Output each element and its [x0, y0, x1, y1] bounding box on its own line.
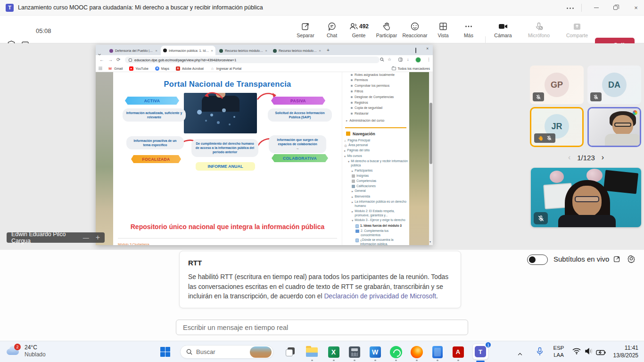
admin-item[interactable]: Comprobar los permisos: [342, 83, 409, 89]
spotlight-video-tile[interactable]: [531, 168, 641, 227]
minimize-button[interactable]: [588, 0, 604, 16]
scrollbar-down-icon[interactable]: ▾: [429, 240, 431, 243]
volume-icon[interactable]: [585, 348, 593, 356]
tray-language[interactable]: ESP LAA: [551, 345, 567, 359]
bookmark-item[interactable]: ⌂ Ingresar al Portal: [210, 66, 241, 71]
tab-close-icon[interactable]: ×: [211, 49, 213, 53]
side-panel-icon[interactable]: [398, 58, 403, 63]
tray-clock[interactable]: 11:41 13/8/2025: [607, 344, 638, 359]
excel-icon[interactable]: X: [327, 346, 340, 358]
browser-profile-avatar[interactable]: [415, 57, 421, 63]
admin-item[interactable]: Copia de seguridad: [342, 106, 409, 111]
task-view-button[interactable]: [284, 346, 297, 358]
captions-settings-icon[interactable]: [627, 255, 636, 265]
nav-tree-item[interactable]: ▾ Mi derecho a buscar y recibir informac…: [342, 159, 409, 168]
browser-tab-2-active[interactable]: Información pública: 1. Ideas f... ×: [161, 46, 215, 55]
admin-item[interactable]: Registros: [342, 100, 409, 106]
browser-tab-4[interactable]: Recurso teórico módulo 1 (1)... ×: [271, 46, 323, 55]
nav-tree-item[interactable]: ▸ La información pública es un derecho h…: [342, 199, 409, 208]
phone-link-icon[interactable]: [431, 346, 444, 358]
participant-tile-video-speaking[interactable]: [587, 107, 641, 147]
tray-mic-icon[interactable]: [537, 347, 543, 358]
admin-item[interactable]: Restaurar: [342, 111, 409, 117]
chat-button[interactable]: Chat: [318, 18, 346, 41]
scrollbar-thumb[interactable]: [429, 103, 432, 164]
wifi-icon[interactable]: [572, 348, 581, 356]
react-button[interactable]: Reaccionar: [400, 18, 429, 41]
privacy-statement-link[interactable]: Declaración de privacidad de Microsoft: [324, 293, 436, 300]
browser-close-button[interactable]: ×: [426, 46, 429, 51]
nav-tree-item[interactable]: 2. Complementa tus conocimientos: [342, 229, 409, 238]
rtt-message-input[interactable]: Escribir un mensaje en tiempo real: [176, 320, 468, 335]
raise-hand-button[interactable]: Participar: [373, 18, 400, 41]
participant-tile-da[interactable]: DA: [587, 66, 641, 104]
close-button[interactable]: ×: [628, 0, 644, 16]
page-prev-icon[interactable]: ‹: [568, 153, 570, 162]
battery-icon[interactable]: [596, 349, 606, 357]
admin-item[interactable]: Filtros: [342, 89, 409, 94]
nav-tree-item[interactable]: Calificaciones: [342, 184, 409, 189]
firefox-icon[interactable]: [410, 346, 423, 358]
nav-tree-item[interactable]: ▾ Mis cursos: [342, 154, 409, 159]
nav-tree-item[interactable]: Competencias: [342, 179, 409, 184]
bookmark-item[interactable]: Maps: [155, 66, 169, 71]
zoom-in-icon[interactable]: +: [96, 233, 100, 242]
bookmark-item[interactable]: ▶ YouTube: [129, 66, 149, 71]
more-options-button[interactable]: Más: [455, 18, 482, 41]
nav-tree-item[interactable]: ◎ Área personal: [342, 143, 409, 148]
nav-tree-item[interactable]: ▸ Páginas del sitio: [342, 148, 409, 154]
reload-icon[interactable]: ⟳: [116, 57, 120, 62]
participant-tile-gp[interactable]: GP: [530, 66, 584, 104]
breakout-button[interactable]: Separar: [292, 18, 319, 41]
whatsapp-icon[interactable]: [389, 346, 402, 358]
new-tab-button[interactable]: +: [327, 48, 330, 53]
bookmark-item[interactable]: A Adobe Acrobat: [176, 66, 204, 71]
browser-tab-1[interactable]: Defensoría del Pueblo | Ecuado ×: [107, 46, 160, 55]
weather-condition[interactable]: Nublado: [25, 351, 46, 358]
admin-item[interactable]: Permisos: [342, 78, 409, 83]
tab-close-icon[interactable]: ×: [319, 49, 321, 53]
nav-tree-item[interactable]: ▸ Bienvenida: [342, 194, 409, 200]
admin-item[interactable]: Desglose de Competencias: [342, 94, 409, 100]
people-button[interactable]: 492 Gente: [344, 18, 374, 41]
all-bookmarks[interactable]: Todos los marcadores: [392, 67, 430, 70]
site-info-icon[interactable]: [129, 58, 132, 62]
calculator-icon[interactable]: [348, 346, 361, 358]
page-next-icon[interactable]: ›: [602, 153, 604, 162]
zoom-icon[interactable]: [380, 58, 384, 63]
taskbar-search[interactable]: Buscar: [180, 345, 273, 359]
mic-button[interactable]: Micrófono: [524, 18, 553, 41]
browser-restore-button[interactable]: [415, 48, 416, 53]
apps-grid-icon[interactable]: [99, 66, 102, 71]
browser-menu-icon[interactable]: ⋮: [427, 57, 431, 62]
nav-tree-item[interactable]: ¿Dónde se encuentra la información públi…: [342, 238, 409, 245]
back-icon[interactable]: ←: [99, 57, 104, 62]
nav-tree-item[interactable]: ▸ General: [342, 189, 409, 194]
start-button[interactable]: [160, 347, 170, 357]
zoom-out-icon[interactable]: —: [83, 234, 89, 241]
browser-tab-3[interactable]: Recurso teórico módulo 2 (1)... ×: [217, 46, 270, 55]
tray-expand-icon[interactable]: [519, 350, 521, 358]
participant-tile-jr-hand-raised[interactable]: JR: [530, 107, 584, 147]
admin-root-item[interactable]: ▸ Administración del curso: [342, 117, 409, 124]
nav-tree-item[interactable]: ⌂ Página Principal: [342, 138, 409, 143]
nav-tree-item[interactable]: ▾ Módulo 3 - Ejerce y exige tu derecho: [342, 218, 409, 223]
weather-temp[interactable]: 24°C: [25, 344, 37, 351]
acrobat-icon[interactable]: A: [452, 346, 464, 358]
nav-tree-item[interactable]: ▸ Participantes: [342, 168, 409, 174]
live-captions-toggle[interactable]: [527, 255, 548, 265]
tab-close-icon[interactable]: ×: [155, 49, 157, 53]
tab-close-icon[interactable]: ×: [265, 49, 267, 53]
nav-tree-item[interactable]: 1. Ideas fuerza del módulo 3: [342, 223, 409, 229]
bookmark-item[interactable]: M Gmail: [108, 66, 123, 71]
camera-button[interactable]: Cámara: [489, 18, 517, 41]
share-button[interactable]: Comparte: [563, 18, 591, 41]
file-explorer-icon[interactable]: [305, 346, 318, 358]
captions-popout-icon[interactable]: [613, 255, 621, 265]
nav-tree-item[interactable]: ▸ Módulo 2: El Estado respeta, promueve,…: [342, 209, 409, 218]
restore-button[interactable]: [607, 0, 623, 16]
download-icon[interactable]: ↓: [407, 57, 409, 62]
admin-item[interactable]: Roles asignados localmente: [342, 72, 409, 78]
forward-icon[interactable]: →: [108, 57, 113, 62]
nav-tree-item[interactable]: Insignias: [342, 173, 409, 179]
